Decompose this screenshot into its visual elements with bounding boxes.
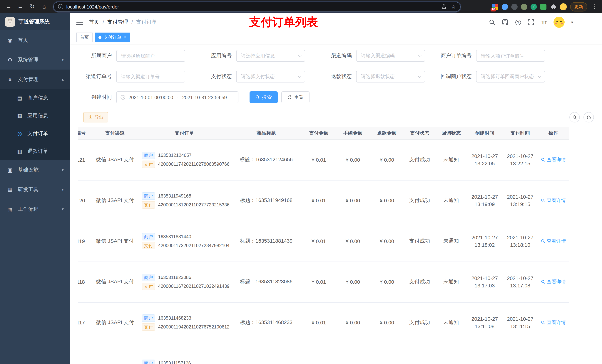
- refresh-icon: [287, 95, 292, 100]
- table-row: 117 微信 JSAPI 支付 商户1635311468233 支付420000…: [78, 302, 569, 343]
- extension-badge: 10: [491, 8, 496, 11]
- field-label: 渠道编码: [318, 52, 356, 59]
- sidebar-item-infra[interactable]: ▣ 基础设施 ▾: [0, 160, 70, 180]
- font-size-icon[interactable]: TT: [541, 19, 547, 26]
- col-amount: 支付金额: [302, 127, 336, 139]
- search-icon[interactable]: [489, 19, 495, 26]
- hamburger-icon[interactable]: [76, 20, 83, 25]
- sidebar-item-refund-order[interactable]: ▥ 退款订单: [0, 142, 70, 160]
- merchant-badge: 商户: [142, 274, 155, 281]
- sidebar-item-merchant-info[interactable]: ▤ 商户信息: [0, 89, 70, 107]
- browser-menu-icon[interactable]: ⋮: [591, 3, 598, 10]
- status-text: 支付成功: [409, 279, 430, 284]
- sidebar-item-app-info[interactable]: ▦ 应用信息: [0, 107, 70, 125]
- tools-icon: ▩: [7, 186, 13, 193]
- sidebar-item-system[interactable]: ⚙ 系统管理 ▾: [0, 50, 70, 70]
- view-detail-link[interactable]: 查看详情: [541, 238, 566, 245]
- target-icon: ◎: [16, 131, 23, 136]
- view-detail-link[interactable]: 查看详情: [541, 197, 566, 204]
- extension-green-square-icon[interactable]: [540, 3, 547, 10]
- col-notify: 回调状态: [435, 127, 467, 139]
- help-icon[interactable]: ?: [515, 19, 521, 26]
- merchant-badge: 商户: [142, 360, 155, 364]
- col-id: 编号: [78, 127, 92, 139]
- user-menu-caret-icon[interactable]: ▾: [571, 20, 573, 25]
- app-logo-row[interactable]: 芋道管理系统: [0, 13, 70, 30]
- dashboard-icon: ◉: [7, 37, 13, 43]
- browser-reload-icon[interactable]: ↻: [27, 2, 37, 11]
- user-avatar[interactable]: [554, 17, 565, 28]
- cell-channel: 微信 JSAPI 支付: [96, 279, 134, 284]
- reset-button[interactable]: 重置: [281, 91, 310, 103]
- site-info-icon[interactable]: i: [58, 4, 63, 9]
- close-icon[interactable]: ×: [124, 35, 126, 40]
- create-time-range-input[interactable]: 2021-10-01 00:00:00 - 2021-10-31 23:59:5…: [116, 91, 238, 103]
- merchant-badge: 商户: [142, 233, 155, 240]
- pay-status-select[interactable]: 请选择支付状态: [236, 71, 305, 83]
- url-bar[interactable]: i localhost:1024/pay/order ☆: [53, 2, 461, 12]
- sidebar-item-label: 基础设施: [18, 167, 39, 173]
- share-icon[interactable]: [441, 3, 447, 10]
- browser-home-icon[interactable]: ⌂: [39, 2, 49, 11]
- view-detail-link[interactable]: 查看详情: [541, 319, 566, 326]
- callback-status-select[interactable]: 请选择订单回调商户状态: [476, 71, 545, 83]
- search-button[interactable]: 搜索: [249, 91, 278, 103]
- sidebar-item-pay[interactable]: ¥ 支付管理 ▴: [0, 70, 70, 89]
- breadcrumb-home[interactable]: 首页: [89, 19, 99, 26]
- merchant-input[interactable]: [116, 50, 185, 62]
- refund-status-select[interactable]: 请选择退款状态: [356, 71, 425, 83]
- sidebar-item-label: 商户信息: [27, 95, 48, 101]
- fullscreen-icon[interactable]: [528, 19, 534, 26]
- chevron-down-icon: ▾: [62, 57, 64, 62]
- breadcrumb-section[interactable]: 支付管理: [107, 19, 128, 26]
- toggle-search-button[interactable]: [570, 112, 580, 123]
- extension-dark-icon[interactable]: [511, 3, 517, 10]
- browser-update-button[interactable]: 更新: [570, 2, 587, 11]
- sidebar-item-home[interactable]: ◉ 首页: [0, 30, 70, 50]
- browser-profile-avatar[interactable]: [560, 3, 567, 10]
- channel-order-no-input[interactable]: [116, 71, 185, 83]
- breadcrumb: 首页 / 支付管理 / 支付订单: [89, 19, 157, 26]
- browser-forward-icon[interactable]: →: [16, 2, 25, 11]
- channel-code-select[interactable]: 请输入渠道编码: [356, 50, 425, 62]
- sidebar-item-dev-tools[interactable]: ▩ 研发工具 ▾: [0, 180, 70, 199]
- table-row: 119 微信 JSAPI 支付 商户1635311881440 支付420000…: [78, 221, 569, 261]
- status-text: 支付成功: [409, 156, 430, 162]
- extension-check-icon[interactable]: ✓: [531, 3, 537, 10]
- extension-colorful-icon[interactable]: 10: [492, 3, 498, 10]
- filter-merchant-order-no: 商户订单编号: [438, 50, 545, 62]
- field-label: 创建时间: [78, 94, 116, 101]
- browser-back-icon[interactable]: ←: [4, 2, 13, 11]
- table-header-row: 编号 支付渠道 支付订单 商品标题 支付金额 手续金额 退款金额 支付状态 回调…: [78, 127, 569, 139]
- merchant-order-no-input[interactable]: [476, 50, 545, 62]
- page-title: 支付订单列表: [249, 14, 318, 30]
- cell-title: 标题：1635312124656: [240, 156, 293, 162]
- pay-badge: 支付: [142, 242, 155, 249]
- tab-home[interactable]: 首页: [76, 32, 93, 42]
- view-detail-link[interactable]: 查看详情: [541, 156, 566, 163]
- sidebar-item-pay-order[interactable]: ◎ 支付订单: [0, 125, 70, 142]
- pay-badge: 支付: [142, 283, 155, 290]
- briefcase-icon: ▧: [7, 206, 13, 213]
- filter-row-3: 创建时间 2021-10-01 00:00:00 - 2021-10-31 23…: [78, 91, 595, 103]
- chevron-down-icon: ▾: [62, 207, 64, 212]
- github-icon[interactable]: [502, 19, 508, 26]
- extension-blue-icon[interactable]: [502, 3, 508, 10]
- search-icon: [541, 157, 545, 162]
- export-button[interactable]: 导出: [83, 112, 108, 123]
- extension-olive-icon[interactable]: [521, 3, 527, 10]
- refresh-table-button[interactable]: [583, 112, 594, 123]
- tab-pay-order[interactable]: 支付订单 ×: [95, 32, 130, 42]
- sidebar-item-label: 支付订单: [27, 130, 48, 137]
- col-action: 操作: [538, 127, 569, 139]
- cell-id: 121: [78, 157, 85, 163]
- grid-icon: ▦: [16, 113, 23, 119]
- sidebar-item-workflow[interactable]: ▧ 工作流程 ▾: [0, 199, 70, 219]
- view-detail-link[interactable]: 查看详情: [541, 279, 566, 285]
- app-no-select[interactable]: 请选择应用信息: [236, 50, 305, 62]
- sidebar-item-label: 支付管理: [18, 76, 39, 83]
- extensions-puzzle-icon[interactable]: [550, 3, 557, 10]
- bookmark-star-icon[interactable]: ☆: [451, 4, 456, 10]
- filter-channel-order-no: 渠道订单号: [78, 71, 185, 83]
- col-pay-time: 支付时间: [502, 127, 538, 139]
